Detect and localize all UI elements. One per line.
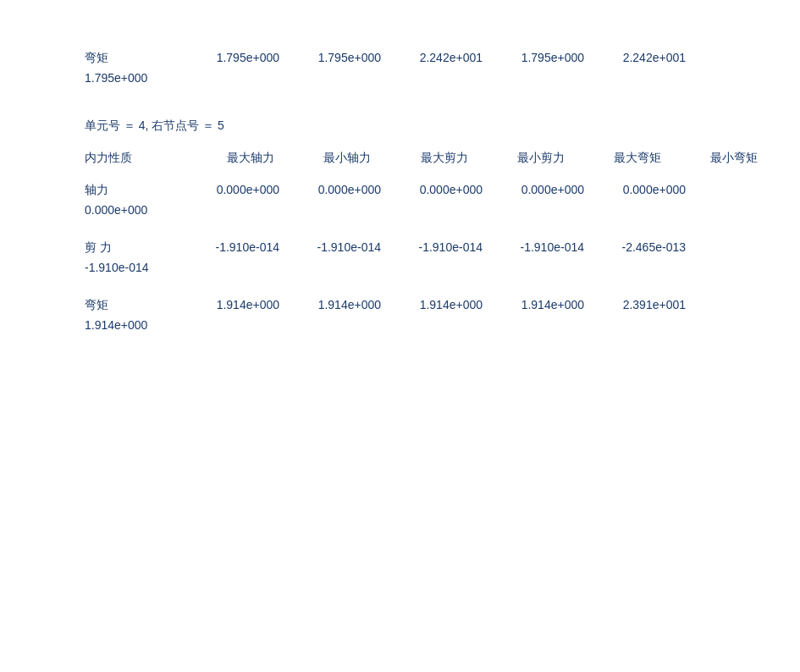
bending-val-4: 1.795e+000 <box>491 51 593 64</box>
bending-val-3: 2.242e+001 <box>389 51 491 64</box>
moment-val-3: 1.914e+000 <box>389 298 491 311</box>
shear-label: 剪 力 <box>34 240 186 256</box>
axial-val-2: 0.000e+000 <box>288 183 389 196</box>
axial-overflow-row: 0.000e+000 <box>34 203 766 217</box>
header-min-axial: 最小轴力 <box>283 151 379 166</box>
axial-val-3: 0.000e+000 <box>389 183 491 196</box>
axial-val-4: 0.000e+000 <box>491 183 593 196</box>
header-label: 内力性质 <box>34 151 186 166</box>
axial-overflow: 0.000e+000 <box>34 203 147 217</box>
bending-overflow-row: 1.795e+000 <box>34 71 766 85</box>
bending-val-1: 1.795e+000 <box>186 51 288 64</box>
bending-val-2: 1.795e+000 <box>288 51 389 64</box>
moment-val-2: 1.914e+000 <box>288 298 389 311</box>
moment-val-4: 1.914e+000 <box>491 298 593 311</box>
axial-val-1: 0.000e+000 <box>186 183 288 196</box>
shear-val-1: -1.910e-014 <box>186 240 288 254</box>
moment-section: 弯矩 1.914e+000 1.914e+000 1.914e+000 1.91… <box>34 298 766 332</box>
bending-label: 弯矩 <box>34 51 186 66</box>
shear-val-4: -1.910e-014 <box>491 240 593 254</box>
header-row: 内力性质 最大轴力 最小轴力 最大剪力 最小剪力 最大弯矩 最小弯矩 <box>34 151 766 166</box>
bending-row: 弯矩 1.795e+000 1.795e+000 2.242e+001 1.79… <box>34 51 766 66</box>
moment-val-5: 2.391e+001 <box>593 298 694 311</box>
moment-row: 弯矩 1.914e+000 1.914e+000 1.914e+000 1.91… <box>34 298 766 313</box>
moment-overflow: 1.914e+000 <box>34 318 147 332</box>
unit4-title: 单元号 ＝ 4, 右节点号 ＝ 5 <box>34 118 766 134</box>
page-container: 弯矩 1.795e+000 1.795e+000 2.242e+001 1.79… <box>34 51 766 332</box>
bending-overflow: 1.795e+000 <box>34 71 147 85</box>
axial-row: 轴力 0.000e+000 0.000e+000 0.000e+000 0.00… <box>34 183 766 198</box>
axial-section: 轴力 0.000e+000 0.000e+000 0.000e+000 0.00… <box>34 183 766 217</box>
header-min-moment: 最小弯矩 <box>670 151 766 166</box>
shear-overflow-row: -1.910e-014 <box>34 261 766 274</box>
header-max-axial: 最大轴力 <box>186 151 283 166</box>
top-bending-section: 弯矩 1.795e+000 1.795e+000 2.242e+001 1.79… <box>34 51 766 85</box>
moment-val-1: 1.914e+000 <box>186 298 288 311</box>
shear-overflow: -1.910e-014 <box>34 261 149 274</box>
header-max-moment: 最大弯矩 <box>573 151 670 166</box>
shear-row: 剪 力 -1.910e-014 -1.910e-014 -1.910e-014 … <box>34 240 766 256</box>
header-min-shear: 最小剪力 <box>477 151 573 166</box>
shear-val-3: -1.910e-014 <box>389 240 491 254</box>
axial-val-5: 0.000e+000 <box>593 183 694 196</box>
shear-section: 剪 力 -1.910e-014 -1.910e-014 -1.910e-014 … <box>34 240 766 274</box>
bending-val-5: 2.242e+001 <box>593 51 694 64</box>
moment-overflow-row: 1.914e+000 <box>34 318 766 332</box>
header-max-shear: 最大剪力 <box>379 151 476 166</box>
unit4-section: 单元号 ＝ 4, 右节点号 ＝ 5 内力性质 最大轴力 最小轴力 最大剪力 最小… <box>34 118 766 332</box>
shear-val-2: -1.910e-014 <box>288 240 389 254</box>
moment-label: 弯矩 <box>34 298 186 313</box>
axial-label: 轴力 <box>34 183 186 198</box>
shear-val-5: -2.465e-013 <box>593 240 694 254</box>
